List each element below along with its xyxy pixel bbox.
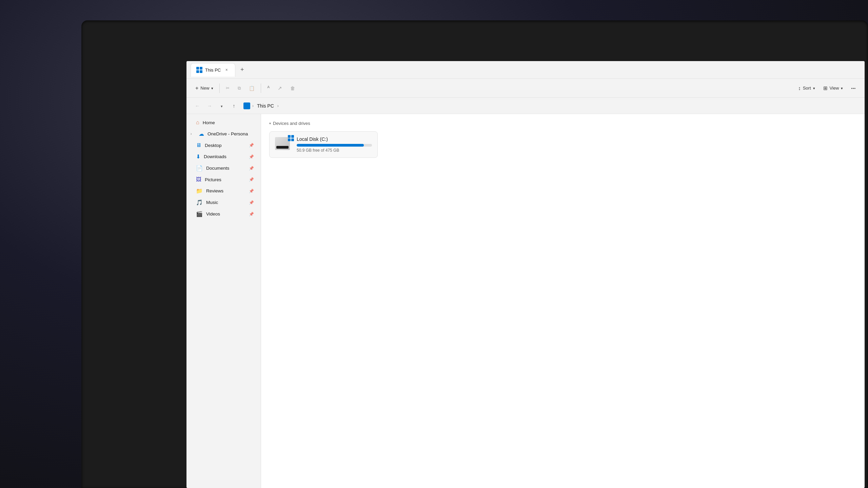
drive-info: Local Disk (C:) 50.9 GB free of 475 GB — [297, 136, 372, 153]
breadcrumb: › This PC › — [243, 102, 279, 109]
windows-logo-icon — [196, 67, 202, 73]
sidebar-documents-label: Documents — [206, 166, 229, 171]
new-dropdown-arrow-icon — [211, 86, 213, 91]
section-header-devices[interactable]: ▾ Devices and drives — [269, 121, 856, 126]
rename-icon — [267, 85, 270, 91]
sort-label: Sort — [803, 86, 811, 91]
view-button[interactable]: View — [820, 82, 847, 94]
drive-bar-fill — [297, 144, 364, 147]
desktop-icon: 🖥 — [196, 142, 201, 148]
rename-button[interactable] — [264, 82, 273, 94]
forward-button[interactable] — [204, 100, 215, 111]
breadcrumb-sep-1: › — [252, 104, 254, 108]
title-bar: This PC × + — [186, 61, 865, 79]
share-button[interactable] — [274, 82, 285, 94]
drive-item-c[interactable]: Local Disk (C:) 50.9 GB free of 475 GB — [269, 131, 378, 158]
toolbar-separator-1 — [219, 83, 220, 93]
view-dropdown-arrow-icon — [841, 86, 843, 91]
breadcrumb-thispc[interactable]: This PC — [256, 102, 275, 109]
view-icon — [823, 85, 828, 91]
pictures-icon: 🖼 — [196, 176, 201, 183]
history-dropdown-icon — [221, 103, 223, 109]
laptop-bezel: This PC × + New — [81, 20, 868, 488]
sidebar-reviews-label: Reviews — [206, 188, 223, 193]
drive-icon-container — [275, 137, 293, 152]
paste-button[interactable] — [245, 82, 258, 94]
sidebar-downloads-label: Downloads — [204, 154, 226, 159]
screen: This PC × + New — [186, 61, 865, 488]
sidebar-item-onedrive[interactable]: › ☁ OneDrive - Persona — [188, 128, 259, 139]
dropdown-history-button[interactable] — [216, 100, 227, 111]
share-icon — [278, 85, 282, 91]
tab-title: This PC — [205, 68, 221, 73]
up-directory-button[interactable] — [229, 100, 239, 111]
new-button[interactable]: New — [192, 82, 217, 94]
sidebar-home-label: Home — [203, 120, 215, 125]
copy-button[interactable] — [234, 82, 244, 94]
music-icon: 🎵 — [196, 199, 203, 206]
sidebar: ⌂ Home › ☁ OneDrive - Persona 🖥 Desktop … — [186, 114, 261, 488]
pin-icon-documents: 📌 — [249, 166, 254, 171]
onedrive-icon: ☁ — [199, 131, 204, 137]
sidebar-item-home[interactable]: ⌂ Home — [188, 117, 259, 128]
pin-icon-reviews: 📌 — [249, 189, 254, 193]
pin-icon-music: 📌 — [249, 200, 254, 205]
copy-icon — [238, 86, 241, 91]
reviews-icon: 📁 — [196, 188, 203, 194]
sidebar-item-documents[interactable]: 📄 Documents 📌 — [188, 163, 259, 174]
toolbar: New — [186, 79, 865, 98]
cut-button[interactable] — [222, 82, 233, 94]
home-icon: ⌂ — [196, 119, 199, 126]
more-button[interactable] — [848, 82, 859, 94]
pin-icon-videos: 📌 — [249, 212, 254, 217]
sort-dropdown-arrow-icon — [813, 86, 815, 91]
pin-icon-downloads: 📌 — [249, 154, 254, 159]
new-label: New — [200, 86, 209, 91]
sidebar-onedrive-label: OneDrive - Persona — [208, 131, 248, 136]
drive-name: Local Disk (C:) — [297, 136, 372, 142]
sidebar-desktop-label: Desktop — [205, 143, 222, 148]
tab-active[interactable]: This PC × — [191, 63, 235, 77]
downloads-icon: ⬇ — [196, 153, 200, 160]
tab-close-button[interactable]: × — [223, 67, 230, 73]
content-area: ▾ Devices and drives Local Disk (C:) — [261, 114, 865, 488]
scissors-icon — [226, 86, 230, 91]
sidebar-item-music[interactable]: 🎵 Music 📌 — [188, 197, 259, 208]
toolbar-separator-2 — [261, 83, 261, 93]
videos-icon: 🎬 — [196, 211, 203, 217]
back-button[interactable] — [192, 100, 203, 111]
sidebar-videos-label: Videos — [206, 211, 220, 217]
sidebar-item-downloads[interactable]: ⬇ Downloads 📌 — [188, 151, 259, 162]
pin-icon-desktop: 📌 — [249, 143, 254, 148]
section-label: Devices and drives — [273, 121, 310, 126]
view-label: View — [830, 86, 839, 91]
sidebar-item-videos[interactable]: 🎬 Videos 📌 — [188, 208, 259, 220]
sidebar-music-label: Music — [206, 200, 218, 205]
drive-space: 50.9 GB free of 475 GB — [297, 148, 372, 153]
expand-arrow-icon: › — [191, 132, 195, 136]
up-icon — [233, 103, 235, 109]
pc-icon — [243, 102, 250, 109]
back-icon — [195, 103, 200, 109]
tab-area: This PC × + — [191, 63, 861, 77]
sidebar-item-pictures[interactable]: 🖼 Pictures 📌 — [188, 174, 259, 185]
main-content: ⌂ Home › ☁ OneDrive - Persona 🖥 Desktop … — [186, 114, 865, 488]
paste-icon — [249, 86, 255, 91]
sort-button[interactable]: Sort — [795, 82, 818, 94]
delete-icon — [290, 86, 295, 91]
breadcrumb-sep-2: › — [277, 104, 279, 108]
sidebar-item-reviews[interactable]: 📁 Reviews 📌 — [188, 185, 259, 196]
sidebar-pictures-label: Pictures — [205, 177, 221, 182]
sidebar-item-desktop[interactable]: 🖥 Desktop 📌 — [188, 140, 259, 151]
pin-icon-pictures: 📌 — [249, 177, 254, 182]
drive-items-container: Local Disk (C:) 50.9 GB free of 475 GB — [269, 131, 856, 158]
section-collapse-arrow-icon: ▾ — [269, 121, 271, 125]
forward-icon — [207, 103, 212, 109]
sort-icon — [798, 85, 801, 91]
drive-bar-container — [297, 144, 372, 147]
new-tab-button[interactable]: + — [237, 64, 248, 75]
delete-button[interactable] — [287, 82, 298, 94]
new-plus-icon — [195, 85, 198, 91]
more-icon — [851, 86, 856, 91]
nav-bar: › This PC › — [186, 98, 865, 114]
